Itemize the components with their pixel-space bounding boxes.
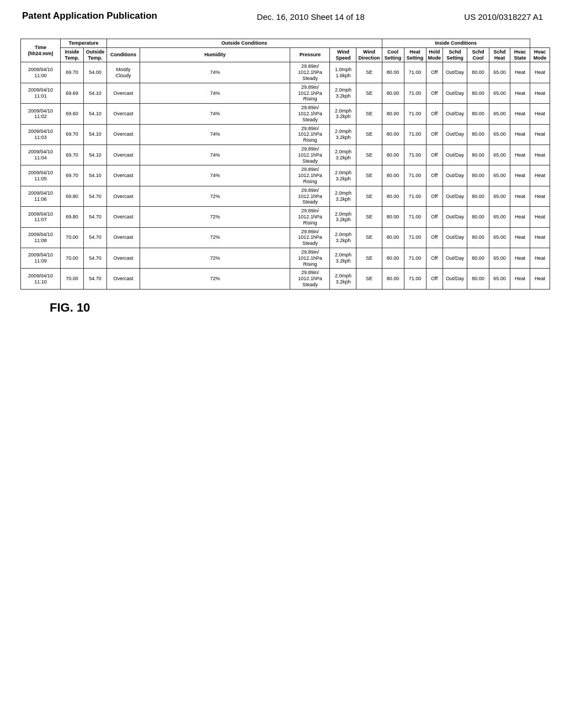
table-cell: Mostly Cloudy xyxy=(107,62,140,83)
table-cell: 71.00 xyxy=(404,186,426,206)
data-table: Time(hh24:mm) Temperature Outside Condit… xyxy=(20,39,550,290)
table-cell: 80.00 xyxy=(382,124,404,144)
table-cell: Heat xyxy=(510,186,530,206)
table-cell: 69.70 xyxy=(61,124,84,144)
table-cell: 80.00 xyxy=(382,227,404,248)
table-cell: Heat xyxy=(530,269,550,289)
table-cell: 29.89in/ 1012.1hPa Steady xyxy=(290,186,330,206)
table-cell: 72% xyxy=(140,227,290,248)
col-header-heat-setting: HeatSetting xyxy=(404,47,426,62)
table-cell: 54.70 xyxy=(84,186,107,206)
table-cell: 80.00 xyxy=(382,83,404,103)
table-cell: Heat xyxy=(530,124,550,144)
table-row: 2009/04/10 11:0870.0054.70Overcast72%29.… xyxy=(21,227,550,248)
col-header-schd-setting: SchdSetting xyxy=(443,47,467,62)
table-cell: 2.0mph 3.2kph xyxy=(330,227,356,248)
table-row: 2009/04/10 11:0369.7054.10Overcast74%29.… xyxy=(21,124,550,144)
table-cell: Heat xyxy=(510,62,530,83)
table-cell: SE xyxy=(356,124,382,144)
table-cell: Off xyxy=(426,83,443,103)
table-cell: 71.00 xyxy=(404,269,426,289)
table-cell: 80.00 xyxy=(382,207,404,227)
table-cell: Off xyxy=(426,207,443,227)
table-cell: Heat xyxy=(530,62,550,83)
table-cell: 74% xyxy=(140,83,290,103)
table-cell: 65.00 xyxy=(489,186,510,206)
table-cell: Off xyxy=(426,165,443,186)
publication-number: US 2010/0318227 A1 xyxy=(464,10,543,22)
table-cell: Overcast xyxy=(107,186,140,206)
table-cell: Heat xyxy=(530,227,550,248)
page-header: Patent Application Publication Dec. 16, … xyxy=(0,0,565,22)
table-cell: 65.00 xyxy=(489,145,510,165)
table-cell: SE xyxy=(356,83,382,103)
table-cell: 71.00 xyxy=(404,83,426,103)
table-cell: Overcast xyxy=(107,83,140,103)
table-cell: Off xyxy=(426,145,443,165)
publication-title: Patent Application Publication xyxy=(22,10,157,22)
col-header-hold-mode: HoldMode xyxy=(426,47,443,62)
table-cell: Out/Day xyxy=(443,227,467,248)
table-cell: SE xyxy=(356,227,382,248)
col-header-schd-cool: SchdCool xyxy=(467,47,489,62)
col-header-hvac-state: HvacState xyxy=(510,47,530,62)
table-cell: SE xyxy=(356,165,382,186)
table-cell: 80.00 xyxy=(467,269,489,289)
table-cell: 54.00 xyxy=(84,62,107,83)
table-cell: 69.70 xyxy=(61,62,84,83)
table-cell: Out/Day xyxy=(443,165,467,186)
table-cell: 71.00 xyxy=(404,145,426,165)
table-cell: 29.89in/ 1012.1hPa Rising xyxy=(290,165,330,186)
table-cell: 65.00 xyxy=(489,248,510,269)
table-cell: 80.00 xyxy=(467,248,489,269)
table-cell: 2009/04/10 11:06 xyxy=(21,186,61,206)
table-cell: Overcast xyxy=(107,248,140,269)
table-cell: Overcast xyxy=(107,269,140,289)
table-cell: 70.00 xyxy=(61,227,84,248)
table-cell: 65.00 xyxy=(489,207,510,227)
table-cell: 2009/04/10 11:07 xyxy=(21,207,61,227)
table-cell: Out/Day xyxy=(443,124,467,144)
table-row: 2009/04/10 11:0970.0054.70Overcast72%29.… xyxy=(21,248,550,269)
table-cell: Overcast xyxy=(107,165,140,186)
table-cell: 80.00 xyxy=(382,165,404,186)
table-cell: 65.00 xyxy=(489,83,510,103)
table-cell: 74% xyxy=(140,104,290,124)
publication-date-sheet: Dec. 16, 2010 Sheet 14 of 18 xyxy=(257,10,365,22)
table-row: 2009/04/10 11:0669.8054.70Overcast72%29.… xyxy=(21,186,550,206)
table-row: 2009/04/10 11:0769.8054.70Overcast72%29.… xyxy=(21,207,550,227)
table-cell: SE xyxy=(356,104,382,124)
table-cell: Off xyxy=(426,227,443,248)
col-header-schd-heat: SchdHeat xyxy=(489,47,510,62)
table-cell: 29.89in/ 1012.1hPa Steady xyxy=(290,269,330,289)
table-cell: Out/Day xyxy=(443,269,467,289)
table-cell: Overcast xyxy=(107,104,140,124)
table-cell: 80.00 xyxy=(382,269,404,289)
table-cell: 74% xyxy=(140,165,290,186)
table-cell: Heat xyxy=(510,248,530,269)
table-cell: 69.80 xyxy=(61,207,84,227)
table-cell: Out/Day xyxy=(443,207,467,227)
table-cell: Heat xyxy=(510,145,530,165)
table-cell: 72% xyxy=(140,269,290,289)
table-cell: 71.00 xyxy=(404,165,426,186)
table-cell: 29.89in/ 1012.1hPa Steady xyxy=(290,62,330,83)
table-cell: 69.80 xyxy=(61,186,84,206)
table-cell: 29.89in/ 1012.1hPa Steady xyxy=(290,145,330,165)
table-row: 2009/04/10 11:1070.0054.70Overcast72%29.… xyxy=(21,269,550,289)
table-cell: Heat xyxy=(530,145,550,165)
table-cell: 2009/04/10 11:08 xyxy=(21,227,61,248)
table-cell: SE xyxy=(356,62,382,83)
table-row: 2009/04/10 11:0269.6054.10Overcast74%29.… xyxy=(21,104,550,124)
table-cell: 2009/04/10 11:04 xyxy=(21,145,61,165)
col-group-inside: Inside Conditions xyxy=(382,39,530,48)
table-cell: 80.00 xyxy=(382,186,404,206)
table-cell: 2009/04/10 11:03 xyxy=(21,124,61,144)
table-cell: SE xyxy=(356,269,382,289)
table-cell: 2.0mph 3.2kph xyxy=(330,104,356,124)
table-cell: 80.00 xyxy=(382,145,404,165)
table-cell: 65.00 xyxy=(489,269,510,289)
table-cell: 54.10 xyxy=(84,124,107,144)
table-cell: Heat xyxy=(510,124,530,144)
table-cell: 54.70 xyxy=(84,227,107,248)
